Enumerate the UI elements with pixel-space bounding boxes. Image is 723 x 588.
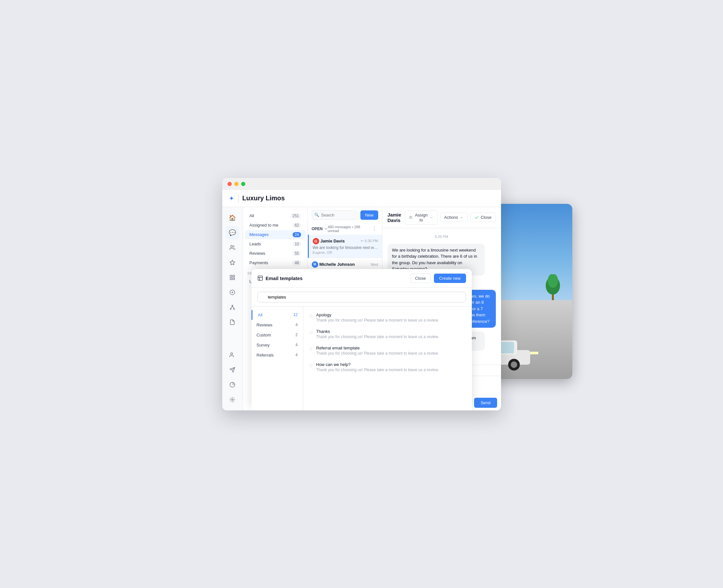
- actions-chevron-icon: [460, 215, 463, 219]
- overlay-search-input[interactable]: [257, 292, 466, 302]
- svg-point-13: [231, 245, 233, 247]
- tree-decoration: [543, 274, 562, 300]
- header-divider: [238, 194, 238, 203]
- assign-to-button[interactable]: Assign to: [405, 210, 438, 225]
- message-time: Wed: [371, 262, 378, 267]
- sidebar-item-send[interactable]: [226, 363, 239, 377]
- svg-point-22: [232, 305, 233, 306]
- assign-chevron-icon: [430, 215, 433, 219]
- category-survey[interactable]: Survey 4: [252, 340, 303, 350]
- nav-badge-assigned: 62: [293, 223, 301, 228]
- sidebar-item-star[interactable]: [226, 256, 239, 269]
- sidebar-item-messages[interactable]: 💬: [226, 226, 239, 239]
- open-count: 460 messages • 288 unread: [328, 225, 370, 233]
- template-item[interactable]: ☆ Apology Thank you for choosing us! Ple…: [303, 309, 472, 326]
- category-count-all: 12: [293, 313, 297, 317]
- avatar: G: [313, 238, 319, 245]
- category-reviews[interactable]: Reviews 4: [252, 320, 303, 330]
- overlay-create-button[interactable]: Create new: [434, 274, 466, 283]
- template-categories: All 12 Reviews 4 Custom 2 Survey 4: [252, 307, 303, 411]
- template-info: Thanks Thank you for choosing us! Please…: [316, 329, 467, 339]
- open-bar: OPEN 460 messages • 288 unread ⋮: [308, 223, 382, 235]
- template-star-icon[interactable]: ☆: [309, 346, 313, 352]
- nav-item-all[interactable]: All 251: [245, 211, 305, 220]
- svg-rect-15: [230, 275, 232, 277]
- msg-time-1: 6:29 PM: [388, 235, 496, 238]
- app-title: Luxury Limos: [242, 194, 285, 202]
- template-info: How can we help? Thank you for choosing …: [316, 362, 467, 372]
- browser-window: ✦ Luxury Limos 🏠 💬: [222, 178, 501, 411]
- search-wrapper: 🔍: [312, 210, 358, 220]
- template-star-icon[interactable]: ☆: [309, 362, 313, 369]
- template-preview: Thank you for choosing us! Please take a…: [316, 318, 467, 322]
- template-item[interactable]: ☆ Thanks Thank you for choosing us! Plea…: [303, 326, 472, 342]
- templates-header-icon: [257, 275, 263, 281]
- app-header: ✦ Luxury Limos: [222, 190, 501, 207]
- close-conversation-button[interactable]: Close: [470, 213, 495, 222]
- open-more-button[interactable]: ⋮: [370, 226, 378, 232]
- sidebar-item-docs[interactable]: [226, 315, 239, 329]
- traffic-light-yellow[interactable]: [234, 182, 238, 186]
- template-item[interactable]: ☆ How can we help? Thank you for choosin…: [303, 359, 472, 375]
- nav-item-payments[interactable]: Payments 48: [245, 258, 305, 268]
- sidebar-item-integrations[interactable]: [226, 271, 239, 284]
- template-star-icon[interactable]: ☆: [309, 313, 313, 319]
- nav-item-assigned[interactable]: Assigned to me 62: [245, 221, 305, 230]
- actions-label: Actions: [444, 215, 458, 220]
- nav-item-leads-label: Leads: [250, 241, 261, 246]
- nav-item-leads[interactable]: Leads 10: [245, 239, 305, 249]
- traffic-light-green[interactable]: [241, 182, 245, 186]
- email-templates-overlay: Email templates Close Create new 🔍: [252, 269, 472, 411]
- svg-rect-16: [233, 275, 235, 277]
- svg-point-10: [511, 361, 517, 368]
- category-all[interactable]: All 12: [252, 310, 303, 320]
- template-name: Apology: [316, 313, 467, 317]
- new-button[interactable]: New: [360, 210, 378, 220]
- category-custom[interactable]: Custom 2: [252, 330, 303, 340]
- nav-item-messages-label: Messages: [250, 232, 269, 237]
- nav-badge-all: 251: [290, 213, 301, 218]
- assign-icon: [409, 215, 412, 220]
- sidebar-item-home[interactable]: 🏠: [226, 211, 239, 225]
- category-referrals[interactable]: Referrals 4: [252, 350, 303, 360]
- nav-item-messages[interactable]: Messages 24: [245, 230, 305, 239]
- sender-name: M Michelle Johnson: [312, 261, 355, 268]
- message-time: ↩ 6:30 PM: [361, 239, 378, 243]
- traffic-light-red[interactable]: [228, 182, 232, 186]
- svg-rect-11: [530, 352, 538, 354]
- template-preview: Thank you for choosing us! Please take a…: [316, 368, 467, 372]
- chat-contact-name: Jamie Davis: [388, 212, 405, 223]
- sidebar-item-users[interactable]: [226, 348, 239, 362]
- actions-button[interactable]: Actions: [440, 213, 468, 222]
- template-item[interactable]: ☆ Referral email template Thank you for …: [303, 342, 472, 359]
- assign-to-label: Assign to: [414, 213, 428, 223]
- svg-point-23: [230, 308, 231, 309]
- sidebar-item-workflows[interactable]: [226, 300, 239, 314]
- overlay-search: 🔍: [252, 288, 472, 307]
- svg-marker-14: [230, 260, 235, 265]
- template-star-icon[interactable]: ☆: [309, 329, 313, 335]
- sidebar-item-payments[interactable]: [226, 286, 239, 299]
- chat-actions: Assign to Actions: [405, 210, 496, 225]
- icon-sidebar: 🏠 💬: [222, 207, 243, 411]
- nav-item-reviews[interactable]: Reviews 55: [245, 249, 305, 258]
- category-count-reviews: 4: [296, 322, 298, 327]
- template-info: Referral email template Thank you for ch…: [316, 345, 467, 356]
- send-button[interactable]: Send: [474, 398, 497, 408]
- svg-point-24: [234, 308, 235, 309]
- nav-item-all-label: All: [250, 213, 254, 218]
- sidebar-item-reports[interactable]: [226, 378, 239, 392]
- sidebar-item-settings[interactable]: [226, 393, 239, 406]
- open-label: OPEN: [312, 227, 328, 231]
- message-item[interactable]: G Jamie Davis ↩ 6:30 PM We are looking f…: [308, 235, 382, 258]
- overlay-close-button[interactable]: Close: [410, 274, 431, 283]
- overlay-header: Email templates Close Create new: [252, 269, 472, 288]
- check-icon: [474, 215, 479, 220]
- sidebar-item-contacts[interactable]: [226, 241, 239, 254]
- templates-list: ☆ Apology Thank you for choosing us! Ple…: [303, 307, 472, 411]
- nav-badge-reviews: 55: [293, 251, 301, 256]
- overlay-body: All 12 Reviews 4 Custom 2 Survey 4: [252, 307, 472, 411]
- close-label: Close: [481, 215, 491, 220]
- search-icon: 🔍: [314, 213, 319, 217]
- template-preview: Thank you for choosing us! Please take a…: [316, 335, 467, 339]
